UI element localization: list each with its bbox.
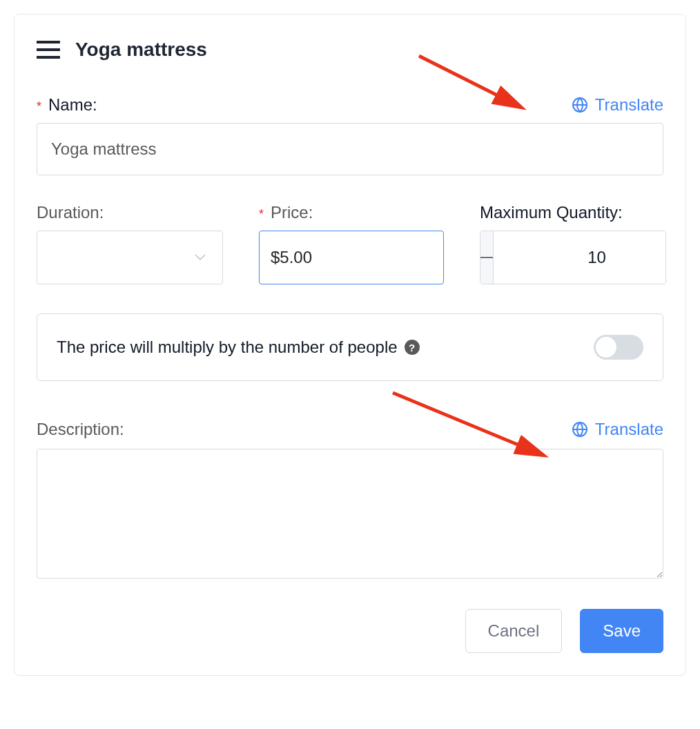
form-actions: Cancel Save [37, 609, 663, 653]
help-icon[interactable]: ? [405, 340, 420, 355]
chevron-down-icon [195, 254, 206, 261]
toggle-knob [596, 337, 616, 358]
price-multiply-row: The price will multiply by the number of… [37, 313, 663, 381]
svg-rect-2 [480, 257, 493, 258]
price-multiply-toggle[interactable] [594, 335, 643, 360]
required-marker: * [259, 207, 264, 222]
globe-icon [572, 421, 588, 438]
price-input[interactable] [259, 231, 444, 284]
quantity-stepper [480, 231, 666, 284]
item-title: Yoga mattress [75, 39, 207, 61]
translate-description-button[interactable]: Translate [572, 420, 663, 439]
price-field: * Price: [259, 203, 444, 284]
globe-icon [572, 97, 588, 113]
attributes-row: Duration: * Price: Maximum Quantity: [37, 203, 663, 284]
quantity-input[interactable] [494, 231, 666, 284]
panel-header: Yoga mattress [37, 39, 663, 61]
name-input[interactable] [37, 123, 663, 175]
description-textarea[interactable] [37, 449, 663, 579]
max-quantity-label: Maximum Quantity: [480, 203, 666, 222]
description-header: Description: Translate [37, 420, 663, 439]
item-edit-panel: Yoga mattress * Name: Translate Duration… [14, 14, 686, 676]
drag-handle-icon[interactable] [37, 41, 60, 59]
duration-select[interactable] [37, 231, 223, 284]
name-label: Name: [48, 95, 97, 115]
price-multiply-text: The price will multiply by the number of… [57, 338, 420, 357]
minus-icon [480, 257, 493, 258]
translate-name-button[interactable]: Translate [572, 95, 663, 115]
max-quantity-field: Maximum Quantity: [480, 203, 666, 284]
price-label: Price: [271, 203, 313, 222]
cancel-button[interactable]: Cancel [465, 609, 563, 653]
duration-label: Duration: [37, 203, 223, 222]
translate-label: Translate [595, 95, 663, 115]
description-section: Description: Translate [37, 420, 663, 581]
duration-field: Duration: [37, 203, 223, 284]
translate-label: Translate [595, 420, 663, 439]
quantity-decrement-button[interactable] [480, 231, 494, 284]
required-marker: * [37, 99, 41, 114]
name-field-header: * Name: Translate [37, 95, 663, 115]
description-label: Description: [37, 420, 124, 439]
save-button[interactable]: Save [580, 609, 663, 653]
